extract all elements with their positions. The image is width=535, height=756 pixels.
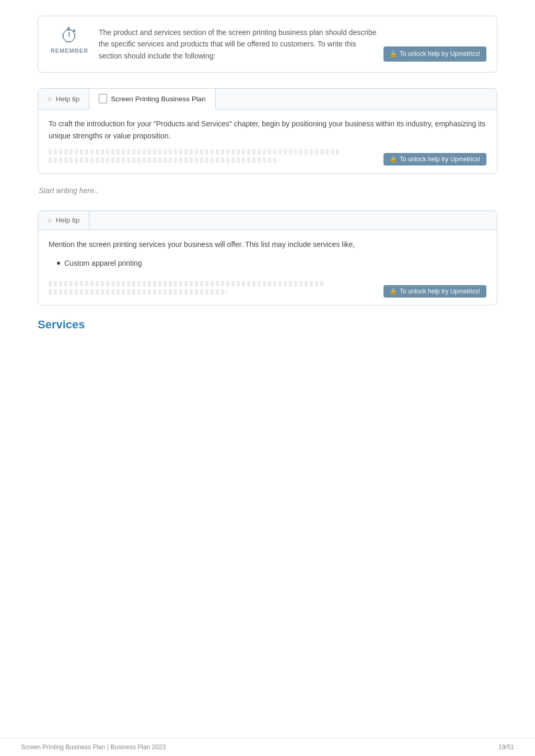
help-tip-body-2: Mention the screen printing services you… [38, 230, 497, 281]
remember-unlock-button[interactable]: 🔒 To unlock help try Upmetrics! [383, 46, 486, 62]
bulb-icon-1: ○ [48, 95, 52, 103]
remember-text-block: The product and services section of the … [99, 27, 486, 62]
remember-label: REMEMBER [51, 48, 88, 54]
blurred-line-1 [49, 149, 341, 155]
remember-icon-area: ⏱ REMEMBER [49, 27, 90, 54]
unlock-button-2[interactable]: 🔒 To unlock help try Upmetrics! [383, 285, 486, 298]
help-tip-panel-1: ○ Help tip Screen Printing Business Plan… [38, 88, 497, 174]
unlock-button-1[interactable]: 🔒 To unlock help try Upmetrics! [383, 153, 486, 166]
blurred-content-row-1: 🔒 To unlock help try Upmetrics! [49, 149, 486, 166]
tab-help-tip-1[interactable]: ○ Help tip [38, 89, 89, 109]
tab-screen-printing-label: Screen Printing Business Plan [111, 95, 206, 103]
services-bullet-list: Custom apparel printing [57, 258, 486, 268]
services-heading: Services [38, 318, 497, 332]
lock-icon-3: 🔒 [390, 288, 397, 294]
tab-help-tip-label-1: Help tip [55, 95, 79, 103]
bullet-dot [57, 262, 60, 265]
help-tip-body-1: To craft the introduction for your "Prod… [38, 110, 497, 173]
help-tip-tabs-1: ○ Help tip Screen Printing Business Plan [38, 89, 497, 110]
help-tip-tabs-2: ○ Help tip [38, 211, 497, 230]
blurred-line-3 [49, 281, 324, 286]
remember-unlock-label: To unlock help try Upmetrics! [400, 49, 480, 59]
help-tip-text-1: To craft the introduction for your "Prod… [49, 118, 486, 142]
footer-left: Screen Printing Business Plan | Business… [21, 743, 166, 751]
remember-icon: ⏱ [60, 27, 79, 45]
help-tip-panel-2: ○ Help tip Mention the screen printing s… [38, 210, 497, 305]
list-item: Custom apparel printing [57, 258, 486, 268]
doc-icon-1 [99, 94, 107, 103]
tab-screen-printing[interactable]: Screen Printing Business Plan [89, 89, 216, 110]
list-item-text: Custom apparel printing [64, 259, 142, 267]
unlock-label-2: To unlock help try Upmetrics! [400, 288, 480, 295]
remember-body-text: The product and services section of the … [99, 27, 379, 62]
help-tip-text-2: Mention the screen printing services you… [49, 239, 486, 251]
start-writing-placeholder[interactable]: Start writing here.. [38, 186, 497, 195]
footer-right: 19/51 [498, 743, 514, 751]
unlock-label-1: To unlock help try Upmetrics! [400, 156, 480, 163]
blurred-lines-2 [49, 281, 373, 298]
bulb-icon-2: ○ [48, 216, 52, 225]
lock-icon: 🔒 [390, 50, 397, 59]
tab-help-tip-label-2: Help tip [55, 216, 79, 224]
blurred-line-4 [49, 289, 227, 294]
remember-box: ⏱ REMEMBER The product and services sect… [38, 16, 497, 73]
blurred-line-2 [49, 158, 276, 163]
tab-help-tip-2[interactable]: ○ Help tip [38, 211, 89, 230]
lock-icon-2: 🔒 [390, 156, 397, 162]
help-tip-body-bottom-2: 🔒 To unlock help try Upmetrics! [38, 281, 497, 305]
blurred-lines-1 [49, 149, 373, 166]
page-footer: Screen Printing Business Plan | Business… [0, 738, 535, 756]
